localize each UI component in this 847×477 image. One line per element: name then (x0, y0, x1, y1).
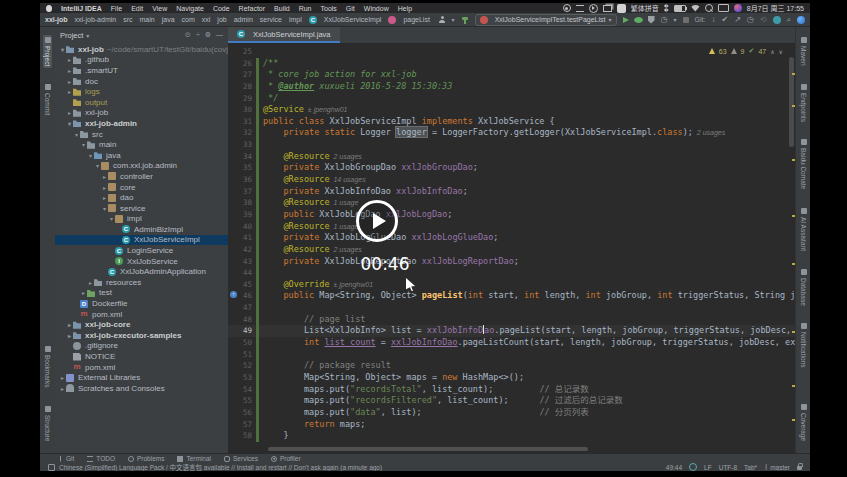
tool-stripe-project[interactable]: Project (43, 35, 52, 68)
tool-stripe-structure[interactable]: Structure (43, 404, 52, 443)
tree-item-loginservice[interactable]: CLoginService (55, 245, 228, 256)
tool-stripe-ai-assistant[interactable]: AI Assistant (799, 206, 808, 253)
record-icon[interactable] (563, 4, 571, 12)
tree-item-resources[interactable]: ▸resources (55, 277, 228, 288)
breadcrumb-item[interactable]: main (140, 16, 155, 23)
status-item-icon[interactable] (689, 463, 697, 471)
inspections-widget[interactable]: 63 9 ✔47 ∧ ∨ (709, 47, 783, 55)
menubar-clock[interactable]: 8月7日 周三 17:55 (747, 3, 804, 13)
tool-stripe-notifications[interactable]: Notifications (799, 321, 808, 369)
tree-item-xxl-job-executor-samples[interactable]: ▸xxl-job-executor-samples (55, 330, 228, 341)
search-icon[interactable] (705, 4, 713, 12)
menu-item-tools[interactable]: Tools (321, 5, 337, 12)
tree-item-controller[interactable]: ▸controller (55, 171, 228, 182)
tree-item-xxl-job[interactable]: ▾xxl-job ~/code/smartUT/testGit/baidu(co… (55, 44, 228, 55)
breadcrumb-item[interactable]: service (260, 16, 282, 23)
tree-item-service[interactable]: ▾service (55, 203, 228, 214)
breadcrumb-item[interactable]: impl (289, 16, 302, 23)
breadcrumb-item[interactable]: com (182, 16, 195, 23)
tree-item--smartut[interactable]: ▸.smartUT (55, 65, 228, 76)
app-name[interactable]: IntelliJ IDEA (61, 5, 102, 12)
tree-item-src[interactable]: ▾src (55, 129, 228, 140)
run-configuration-select[interactable]: XxlJobServiceImplTest.testPageList ▾ (475, 14, 617, 26)
menu-item-edit[interactable]: Edit (131, 5, 143, 12)
menu-item-file[interactable]: File (111, 5, 122, 12)
editor-hscrollbar[interactable] (268, 447, 588, 451)
status-item-lf[interactable]: LF (704, 464, 712, 471)
tree-item-output[interactable]: output (55, 97, 228, 108)
breadcrumb-item[interactable]: CXxlJobServiceImpl (309, 16, 382, 24)
menu-item-navigate[interactable]: Navigate (176, 5, 204, 12)
tree-item-pom-xml[interactable]: mpom.xml (55, 362, 228, 373)
breadcrumb-item[interactable]: xxl (202, 16, 211, 23)
hide-panel-icon[interactable]: — (216, 31, 223, 39)
tree-item-adminbizimpl[interactable]: CAdminBizImpl (55, 224, 228, 235)
bottom-tool-problems[interactable]: Problems (128, 455, 164, 462)
ime-icon[interactable] (617, 4, 626, 13)
profiler-button[interactable]: ◷ (661, 16, 668, 24)
bottom-tool-profiler[interactable]: Profiler (271, 455, 301, 462)
tool-stripe-bookmarks[interactable]: Bookmarks (43, 344, 52, 390)
tree-item--github[interactable]: ▸.github (55, 55, 228, 66)
menu-item-build[interactable]: Build (274, 5, 290, 12)
git-commit-button[interactable]: ✔ (721, 16, 728, 24)
rollback-button[interactable]: ⟲ (760, 16, 767, 24)
collapse-all-icon[interactable]: ÷ (196, 31, 200, 39)
debug-button[interactable] (635, 17, 642, 23)
breadcrumb-item[interactable]: xxl-job-admin (75, 16, 117, 23)
tree-item-xxl-job[interactable]: ▸xxl-job (55, 108, 228, 119)
wifi-icon[interactable] (691, 5, 700, 12)
find-icon[interactable]: ⌕ (787, 16, 791, 24)
tool-stripe-database[interactable]: Database (799, 267, 808, 308)
breadcrumb-item[interactable]: admin (234, 16, 253, 23)
editor-area[interactable]: C XxlJobServiceImpl.java 2526/**27 * cor… (228, 27, 795, 453)
tab-xxljobserviceimpl[interactable]: C XxlJobServiceImpl.java (228, 27, 340, 43)
git-update-button[interactable]: ↓ (711, 16, 715, 24)
git-push-button[interactable]: ↗ (734, 16, 741, 24)
menu-item-code[interactable]: Code (213, 5, 230, 12)
bottom-tool-services[interactable]: Services (224, 455, 258, 462)
tree-item-test[interactable]: ▸test (55, 288, 228, 299)
tool-stripe-maven[interactable]: Maven (799, 35, 808, 68)
tree-item-main[interactable]: ▾main (55, 139, 228, 150)
code-editor[interactable]: 2526/**27 * core job action for xxl-job2… (228, 44, 795, 453)
status-item-icon[interactable] (797, 464, 802, 470)
tree-item-xxljobservice[interactable]: IXxlJobService (55, 256, 228, 267)
notification-icon[interactable] (48, 464, 55, 471)
play-circle-icon[interactable] (589, 4, 598, 13)
run-button[interactable] (623, 17, 629, 23)
tree-item-scratches-and-consoles[interactable]: ▸Scratches and Consoles (55, 383, 228, 394)
menu-item-run[interactable]: Run (299, 5, 312, 12)
tree-item-notice[interactable]: NOTICE (55, 351, 228, 362)
project-panel-title[interactable]: Project (60, 31, 83, 40)
bottom-tool-todo[interactable]: TODO (87, 455, 115, 462)
locate-file-icon[interactable]: ⊙ (185, 31, 191, 39)
breadcrumb-item[interactable]: xxl-job (45, 16, 68, 23)
build-hammer-icon[interactable] (461, 16, 469, 24)
tree-item-xxljobserviceimpl[interactable]: CXxlJobServiceImpl (55, 235, 228, 246)
battery-icon[interactable] (674, 5, 686, 12)
next-problem-icon[interactable]: ∨ (779, 48, 783, 55)
comate-plugin-icon[interactable] (797, 16, 805, 24)
menu-item-help[interactable]: Help (398, 5, 412, 12)
menu-item-view[interactable]: View (152, 5, 167, 12)
tree-item-external-libraries[interactable]: ▸External Libraries (55, 372, 228, 383)
display-icon[interactable] (718, 4, 729, 12)
tool-stripe-coverage[interactable]: Coverage (799, 402, 808, 443)
breadcrumb-item[interactable]: job (217, 16, 226, 23)
tree-item-dockerfile[interactable]: DDockerfile (55, 298, 228, 309)
gear-icon[interactable]: ⚙ (205, 31, 211, 39)
status-message[interactable]: Chinese (Simplified) Language Pack / 中文语… (59, 462, 382, 471)
apple-icon[interactable] (46, 5, 52, 12)
windows-icon[interactable] (603, 5, 612, 12)
tree-item-pom-xml[interactable]: mpom.xml (55, 309, 228, 320)
tree-item-xxl-job-admin[interactable]: ▾xxl-job-admin (55, 118, 228, 129)
input-method-label[interactable]: 繁体拼音 (631, 3, 659, 13)
breadcrumb-item[interactable]: pageList (388, 16, 429, 24)
tool-stripe-baidu-comate[interactable]: Baidu Comate (799, 137, 808, 191)
tree-item-java[interactable]: ▾java (55, 150, 228, 161)
tree-item-xxljobadminapplication[interactable]: CXxlJobAdminApplication (55, 266, 228, 277)
video-play-button[interactable] (356, 200, 398, 242)
coverage-button[interactable] (648, 16, 655, 24)
status-item-tab-[interactable]: Tab* (744, 464, 757, 471)
